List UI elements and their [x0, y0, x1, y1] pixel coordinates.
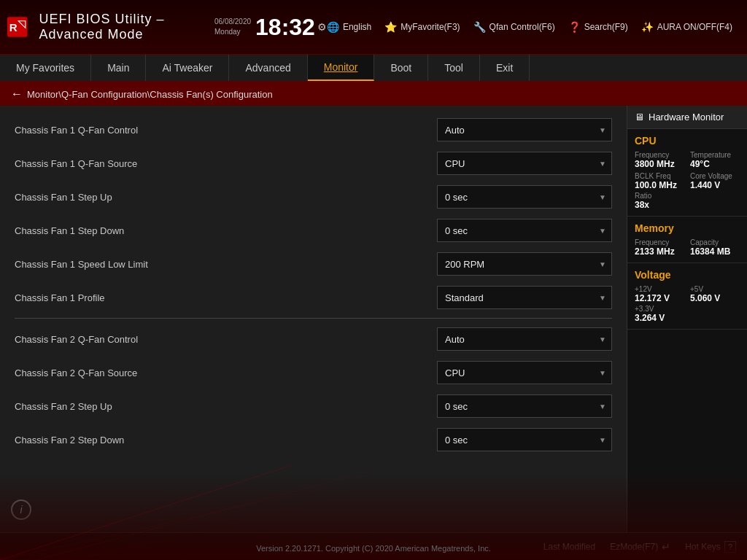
header-time: 18:32 [255, 14, 315, 41]
aura-btn[interactable]: ✨ AURA ON/OFF(F4) [641, 21, 732, 33]
monitor-icon: 🖥 [635, 112, 644, 122]
fan1-qfan-source-select[interactable]: CPU Chipset PCIE [437, 152, 612, 175]
hw-cpu-grid: Frequency 3800 MHz Temperature 49°C BCLK… [635, 151, 740, 190]
hw-cpu-temp-label: Temperature [690, 151, 740, 159]
rog-logo: R [7, 12, 28, 42]
nav-boot[interactable]: Boot [374, 55, 428, 81]
fan1-qfan-control-row: Chassis Fan 1 Q-Fan Control Auto Manual … [0, 113, 627, 147]
search-btn[interactable]: ❓ Search(F9) [568, 21, 628, 33]
header-date: 06/08/2020 Monday [214, 17, 251, 37]
nav-tool[interactable]: Tool [428, 55, 480, 81]
fan1-speed-low-limit-row: Chassis Fan 1 Speed Low Limit 200 RPM 30… [0, 247, 627, 281]
time-section: 06/08/2020 Monday 18:32 ⚙ [214, 14, 327, 41]
fan1-qfan-control-control[interactable]: Auto Manual Silent Standard Turbo ▼ [437, 118, 612, 141]
settings-icon[interactable]: ⚙ [317, 21, 327, 33]
fan2-qfan-control-select[interactable]: Auto Manual Silent Standard Turbo [437, 327, 612, 351]
myfavorite-label: MyFavorite(F3) [400, 22, 460, 32]
hw-cpu-corev-value: 1.440 V [690, 180, 740, 190]
aura-label: AURA ON/OFF(F4) [657, 22, 732, 32]
aura-icon: ✨ [641, 21, 654, 33]
hw-mem-freq: Frequency 2133 MHz [635, 238, 684, 257]
header: R UEFI BIOS Utility – Advanced Mode 06/0… [0, 0, 747, 55]
fan1-profile-select[interactable]: Standard Silent Turbo Full Speed Manual [437, 286, 612, 309]
nav-advanced[interactable]: Advanced [229, 55, 307, 81]
search-label: Search(F9) [584, 22, 628, 32]
bios-title: UEFI BIOS Utility – Advanced Mode [39, 12, 200, 42]
hw-mem-cap-label: Capacity [690, 238, 740, 246]
fan2-step-up-select[interactable]: 0 sec 1 sec 2 sec 3 sec [437, 394, 612, 418]
hw-v33: +3.3V 3.264 V [635, 305, 740, 323]
fan1-profile-control[interactable]: Standard Silent Turbo Full Speed Manual … [437, 286, 612, 309]
fan1-qfan-source-label: Chassis Fan 1 Q-Fan Source [15, 158, 437, 169]
fan2-qfan-control-control[interactable]: Auto Manual Silent Standard Turbo ▼ [437, 327, 612, 351]
hw-cpu-corev-label: Core Voltage [690, 172, 740, 180]
fan1-step-down-label: Chassis Fan 1 Step Down [15, 225, 437, 236]
fan1-step-up-row: Chassis Fan 1 Step Up 0 sec 1 sec 2 sec … [0, 180, 627, 214]
fan1-profile-row: Chassis Fan 1 Profile Standard Silent Tu… [0, 281, 627, 314]
fan1-step-up-select[interactable]: 0 sec 1 sec 2 sec 3 sec [437, 185, 612, 209]
header-controls: 🌐 English ⭐ MyFavorite(F3) 🔧 Qfan Contro… [327, 21, 732, 33]
hw-monitor-panel: 🖥 Hardware Monitor CPU Frequency 3800 MH… [627, 106, 747, 532]
nav-my-favorites[interactable]: My Favorites [0, 55, 91, 81]
hw-cpu-freq-value: 3800 MHz [635, 159, 684, 169]
fan2-step-up-label: Chassis Fan 2 Step Up [15, 401, 437, 412]
fan1-step-down-control[interactable]: 0 sec 1 sec 2 sec 3 sec ▼ [437, 219, 612, 242]
svg-text:R: R [9, 21, 18, 34]
fan2-qfan-source-label: Chassis Fan 2 Q-Fan Source [15, 368, 437, 378]
fan1-step-up-control[interactable]: 0 sec 1 sec 2 sec 3 sec ▼ [437, 185, 612, 209]
hw-mem-cap-value: 16384 MB [690, 246, 740, 257]
language-btn[interactable]: 🌐 English [327, 21, 371, 33]
hw-v5-label: +5V [690, 285, 740, 293]
hw-memory-title: Memory [635, 222, 740, 234]
hw-cpu-temp-value: 49°C [690, 159, 740, 169]
nav-ai-tweaker[interactable]: Ai Tweaker [146, 55, 229, 81]
info-button[interactable]: i [11, 499, 31, 520]
hw-cpu-section: CPU Frequency 3800 MHz Temperature 49°C … [627, 129, 747, 217]
fan2-step-up-control[interactable]: 0 sec 1 sec 2 sec 3 sec ▼ [437, 394, 612, 418]
hw-voltage-section: Voltage +12V 12.172 V +5V 5.060 V +3.3V … [627, 263, 747, 330]
hw-cpu-freq-label: Frequency [635, 151, 684, 159]
hw-cpu-bclk: BCLK Freq 100.0 MHz [635, 172, 684, 190]
hw-cpu-ratio-label: Ratio [635, 192, 740, 200]
hw-cpu-ratio-value: 38x [635, 200, 740, 210]
logo-section: R UEFI BIOS Utility – Advanced Mode [7, 12, 200, 42]
breadcrumb: ← Monitor\Q-Fan Configuration\Chassis Fa… [0, 82, 747, 106]
back-icon[interactable]: ← [11, 88, 23, 101]
fan1-qfan-source-row: Chassis Fan 1 Q-Fan Source CPU Chipset P… [0, 147, 627, 180]
fan1-qfan-control-select[interactable]: Auto Manual Silent Standard Turbo [437, 118, 612, 141]
fan2-step-down-control[interactable]: 0 sec 1 sec 2 sec 3 sec ▼ [437, 428, 612, 451]
fan1-profile-label: Chassis Fan 1 Profile [15, 292, 437, 303]
fan2-qfan-source-select[interactable]: CPU Chipset PCIE [437, 361, 612, 384]
hw-memory-section: Memory Frequency 2133 MHz Capacity 16384… [627, 217, 747, 263]
qfan-icon: 🔧 [473, 21, 486, 33]
hw-mem-freq-label: Frequency [635, 238, 684, 246]
search-icon: ❓ [568, 21, 581, 33]
hw-monitor-title: 🖥 Hardware Monitor [627, 106, 747, 129]
hw-v5: +5V 5.060 V [690, 285, 740, 303]
nav-main[interactable]: Main [91, 55, 146, 81]
fan1-speed-low-limit-select[interactable]: 200 RPM 300 RPM 400 RPM 500 RPM [437, 252, 612, 276]
fan2-qfan-source-control[interactable]: CPU Chipset PCIE ▼ [437, 361, 612, 384]
qfan-btn[interactable]: 🔧 Qfan Control(F6) [473, 21, 555, 33]
breadcrumb-path: Monitor\Q-Fan Configuration\Chassis Fan(… [27, 89, 273, 100]
nav-exit[interactable]: Exit [480, 55, 530, 81]
fan1-step-down-select[interactable]: 0 sec 1 sec 2 sec 3 sec [437, 219, 612, 242]
myfavorite-icon: ⭐ [384, 21, 397, 33]
fan1-speed-low-limit-label: Chassis Fan 1 Speed Low Limit [15, 259, 437, 270]
hw-monitor-title-text: Hardware Monitor [649, 112, 724, 122]
fan2-qfan-control-label: Chassis Fan 2 Q-Fan Control [15, 334, 437, 345]
fan2-step-down-label: Chassis Fan 2 Step Down [15, 435, 437, 446]
nav-monitor[interactable]: Monitor [308, 55, 375, 81]
fan2-step-down-select[interactable]: 0 sec 1 sec 2 sec 3 sec [437, 428, 612, 451]
hw-v12-label: +12V [635, 285, 684, 293]
main-layout: Chassis Fan 1 Q-Fan Control Auto Manual … [0, 106, 747, 532]
hw-cpu-ratio: Ratio 38x [635, 192, 740, 210]
fan2-step-down-row: Chassis Fan 2 Step Down 0 sec 1 sec 2 se… [0, 423, 627, 456]
hw-cpu-bclk-label: BCLK Freq [635, 172, 684, 180]
fan1-step-down-row: Chassis Fan 1 Step Down 0 sec 1 sec 2 se… [0, 214, 627, 247]
hw-cpu-title: CPU [635, 135, 740, 147]
fan1-qfan-source-control[interactable]: CPU Chipset PCIE ▼ [437, 152, 612, 175]
hw-cpu-corev: Core Voltage 1.440 V [690, 172, 740, 190]
myfavorite-btn[interactable]: ⭐ MyFavorite(F3) [384, 21, 460, 33]
fan1-speed-low-limit-control[interactable]: 200 RPM 300 RPM 400 RPM 500 RPM ▼ [437, 252, 612, 276]
